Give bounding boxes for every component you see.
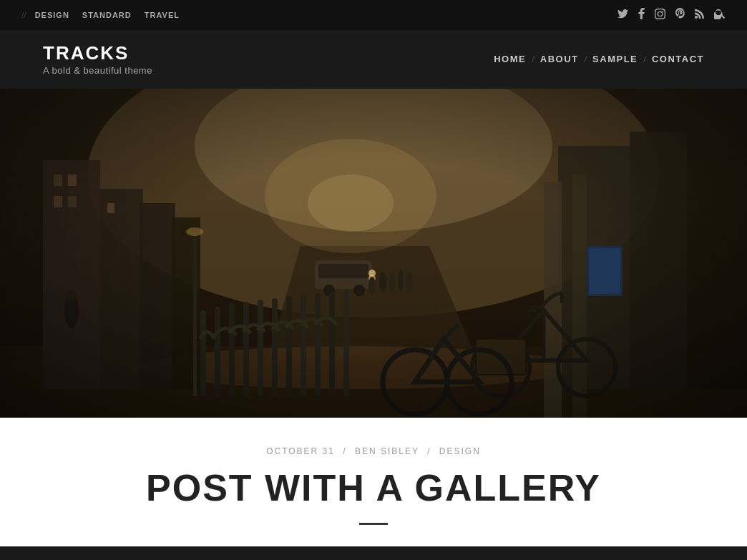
post-area: OCTOBER 31 / BEN SIBLEY / DESIGN POST WI… (0, 418, 747, 546)
rss-icon[interactable] (695, 9, 704, 21)
site-title: TRACKS (43, 43, 152, 64)
divider-icon: // (21, 10, 26, 21)
top-nav-standard[interactable]: STANDARD (82, 11, 132, 19)
site-brand: TRACKS A bold & beautiful theme (43, 43, 152, 76)
nav-sep-2: / (584, 54, 587, 65)
svg-rect-55 (193, 232, 197, 396)
nav-sep-3: / (643, 54, 646, 65)
nav-sample[interactable]: SAMPLE (592, 54, 638, 64)
svg-point-57 (186, 227, 203, 236)
post-category: DESIGN (439, 446, 481, 456)
top-nav-design[interactable]: DESIGN (35, 11, 69, 19)
twitter-icon[interactable] (617, 9, 628, 21)
main-nav: HOME / ABOUT / SAMPLE / CONTACT (494, 54, 704, 65)
hero-scene-svg (0, 89, 747, 418)
post-author: BEN SIBLEY (355, 446, 419, 456)
top-bar-right (617, 8, 726, 22)
site-header: TRACKS A bold & beautiful theme HOME / A… (0, 30, 747, 89)
meta-sep-2: / (427, 446, 431, 456)
site-tagline: A bold & beautiful theme (43, 65, 152, 76)
top-bar: // DESIGN STANDARD TRAVEL (0, 0, 747, 30)
post-title-underline (359, 523, 388, 525)
nav-sep-1: / (532, 54, 534, 65)
top-bar-nav: DESIGN STANDARD TRAVEL (35, 11, 180, 19)
post-meta: OCTOBER 31 / BEN SIBLEY / DESIGN (43, 446, 704, 456)
svg-rect-52 (0, 89, 747, 418)
meta-sep-1: / (343, 446, 346, 456)
svg-rect-59 (589, 248, 620, 294)
top-nav-travel[interactable]: TRAVEL (145, 11, 180, 19)
nav-contact[interactable]: CONTACT (652, 54, 704, 64)
nav-about[interactable]: ABOUT (540, 54, 579, 64)
hero-image (0, 89, 747, 418)
top-bar-left: // DESIGN STANDARD TRAVEL (21, 10, 180, 21)
post-date: OCTOBER 31 (266, 446, 335, 456)
nav-home[interactable]: HOME (494, 54, 526, 64)
facebook-icon[interactable] (638, 8, 645, 22)
post-title: POST WITH A GALLERY (43, 468, 704, 509)
svg-point-0 (695, 16, 698, 19)
search-button[interactable] (714, 8, 726, 22)
instagram-icon[interactable] (655, 9, 665, 22)
svg-point-54 (308, 175, 394, 232)
pinterest-icon[interactable] (675, 8, 685, 22)
